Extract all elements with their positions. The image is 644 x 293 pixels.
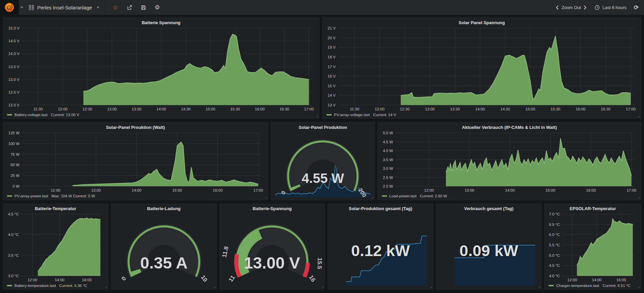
- svg-text:25 W: 25 W: [10, 174, 19, 178]
- svg-text:14 V: 14 V: [328, 93, 336, 97]
- svg-text:17:00: 17:00: [627, 188, 636, 192]
- panel-pv-voltage: Solar Panel Spannung 13 V14 V15 V16 V17 …: [322, 17, 641, 119]
- svg-text:12:00: 12:00: [28, 278, 37, 282]
- svg-text:11: 11: [228, 274, 237, 283]
- panel-title[interactable]: Batterie-Temperatur: [6, 205, 105, 212]
- legend-stats: Current: 6.51 °C: [602, 284, 630, 288]
- legend-stats: Current: 2.60 W: [420, 194, 447, 198]
- svg-text:4.0 °C: 4.0 °C: [549, 274, 560, 278]
- dashboard-title[interactable]: Perles Insel-Solaranlage: [37, 5, 92, 10]
- legend: Charger-temperature.last Current: 6.51 °…: [547, 282, 638, 289]
- svg-text:14:00: 14:00: [475, 107, 485, 111]
- pv-power-chart[interactable]: 0 W25 W50 W75 W100 W125 W12:0013:0014:00…: [6, 131, 265, 193]
- zoom-out-control[interactable]: Zoom Out: [556, 5, 587, 10]
- dashboard-title-block[interactable]: Perles Insel-Solaranlage: [23, 0, 105, 15]
- panel-title[interactable]: EPSOLAR-Temperatur: [547, 205, 638, 212]
- dashboard-grid-icon: [29, 5, 34, 10]
- svg-text:4.0 °C: 4.0 °C: [8, 233, 19, 237]
- svg-text:12:30: 12:30: [400, 107, 410, 111]
- svg-text:15:30: 15:30: [230, 107, 240, 111]
- svg-text:4.5 W: 4.5 W: [383, 140, 393, 144]
- svg-text:14.5 V: 14.5 V: [8, 39, 20, 43]
- battery-charge-gauge[interactable]: 0100.35 A: [114, 212, 214, 289]
- svg-text:17:00: 17:00: [304, 107, 314, 111]
- svg-text:20 V: 20 V: [328, 36, 336, 40]
- svg-text:13.5 V: 13.5 V: [8, 65, 20, 69]
- legend-stats: Current: 4.36 °C: [59, 284, 87, 288]
- refresh-icon[interactable]: ⟳: [634, 5, 639, 10]
- panel-solar-total: Solar-Produktion gesamt (Tag) 0.12 kW: [328, 203, 433, 290]
- svg-text:16 V: 16 V: [328, 74, 336, 78]
- row-1: Batterie Spannung 12.0 V12.5 V13.0 V13.5…: [3, 17, 641, 119]
- svg-text:14:00: 14:00: [592, 278, 602, 282]
- settings-gear-icon[interactable]: ⚙: [155, 4, 160, 10]
- pv-production-gauge[interactable]: 02004.55 W: [274, 131, 372, 199]
- pv-voltage-chart[interactable]: 13 V14 V15 V16 V17 V18 V19 V20 V21 V11:3…: [325, 26, 638, 111]
- legend-series[interactable]: PV-array-power.last: [14, 194, 48, 198]
- panel-title[interactable]: Solar-Panel Prouktion (Watt): [6, 124, 265, 131]
- svg-text:13:00: 13:00: [91, 188, 101, 192]
- logo-menu-caret[interactable]: [20, 7, 23, 8]
- star-icon[interactable]: ☆: [112, 4, 118, 10]
- panel-battery-voltage-gauge: Batterie-Spannung 111611.815.513.00 V: [219, 203, 325, 290]
- panel-title[interactable]: Batterie Spannung: [6, 19, 316, 26]
- legend-series[interactable]: Charger-temperature.last: [556, 284, 599, 288]
- svg-text:3.5 °C: 3.5 °C: [8, 253, 19, 257]
- load-total-stat[interactable]: 0.09 kW: [439, 212, 539, 289]
- panel-title[interactable]: Verbrauch gesamt (Tag): [439, 205, 539, 212]
- svg-text:4.5 °C: 4.5 °C: [8, 212, 19, 216]
- solar-total-stat[interactable]: 0.12 kW: [331, 212, 430, 289]
- panel-title[interactable]: Solar-Panel Produktion: [274, 124, 372, 131]
- panel-title[interactable]: Batterie-Spannung: [222, 205, 322, 212]
- battery-voltage-chart[interactable]: 12.0 V12.5 V13.0 V13.5 V14.0 V14.5 V15.0…: [6, 26, 316, 111]
- legend-stats: Max: 104 W Current: 5 W: [51, 194, 95, 198]
- svg-text:14:00: 14:00: [156, 107, 166, 111]
- load-total-value: 0.09 kW: [439, 212, 539, 289]
- svg-text:15.0 V: 15.0 V: [8, 26, 20, 30]
- svg-text:5.5 °C: 5.5 °C: [549, 243, 560, 247]
- svg-text:17:00: 17:00: [626, 107, 636, 111]
- grafana-flame-icon: [4, 2, 15, 13]
- svg-text:11.8: 11.8: [221, 246, 230, 258]
- svg-text:0 W: 0 W: [13, 184, 20, 188]
- panel-title[interactable]: Aktueller Verbrauch (IP-CAMs & Licht in …: [381, 124, 638, 131]
- svg-text:6.0 °C: 6.0 °C: [549, 233, 560, 237]
- legend-series[interactable]: Load-power.last: [389, 194, 416, 198]
- legend-series[interactable]: PV-array-voltage.last: [334, 113, 370, 117]
- svg-text:11:30: 11:30: [33, 107, 43, 111]
- svg-text:14:00: 14:00: [132, 188, 142, 192]
- dashboard-grid: Batterie Spannung 12.0 V12.5 V13.0 V13.5…: [0, 15, 644, 292]
- load-power-chart[interactable]: 2.0 W2.5 W3.0 W3.5 W4.0 W4.5 W5.0 W12:00…: [381, 131, 638, 193]
- dashboard-title-caret[interactable]: [97, 7, 99, 8]
- legend-swatch: [7, 195, 12, 197]
- time-range-label[interactable]: Last 6 hours: [602, 5, 627, 10]
- save-icon[interactable]: [141, 5, 146, 10]
- chevron-right-icon: [584, 5, 587, 10]
- svg-text:12.5 V: 12.5 V: [8, 90, 20, 94]
- grafana-logo[interactable]: [0, 0, 19, 15]
- battery-temperature-chart[interactable]: 3.0 °C3.5 °C4.0 °C4.5 °C12:0014:0016:00: [6, 212, 105, 282]
- legend-swatch: [549, 285, 554, 286]
- svg-text:19 V: 19 V: [328, 45, 336, 49]
- charger-temperature-chart[interactable]: 4.0 °C4.5 °C5.0 °C5.5 °C6.0 °C6.5 °C7.0 …: [547, 212, 638, 282]
- svg-text:13:30: 13:30: [450, 107, 460, 111]
- panel-battery-voltage: Batterie Spannung 12.0 V12.5 V13.0 V13.5…: [3, 17, 319, 119]
- legend-series[interactable]: Battery-temperature.last: [14, 284, 56, 288]
- panel-title[interactable]: Solar-Produktion gesamt (Tag): [331, 205, 430, 212]
- panel-title[interactable]: Solar Panel Spannung: [325, 19, 638, 26]
- svg-text:14:00: 14:00: [505, 188, 515, 192]
- svg-text:17:00: 17:00: [253, 188, 263, 192]
- share-icon[interactable]: [127, 5, 132, 10]
- zoom-out-label[interactable]: Zoom Out: [561, 5, 581, 10]
- svg-text:18 V: 18 V: [328, 55, 336, 59]
- battery-voltage-gauge[interactable]: 111611.815.513.00 V: [222, 212, 322, 289]
- legend-series[interactable]: Battery-voltage.last: [14, 113, 47, 117]
- panel-title[interactable]: Batterie-Ladung: [114, 205, 214, 212]
- svg-text:16:00: 16:00: [576, 107, 586, 111]
- time-range-picker[interactable]: Last 6 hours: [595, 5, 627, 10]
- panel-load-power: Aktueller Verbrauch (IP-CAMs & Licht in …: [378, 122, 641, 200]
- svg-text:10: 10: [199, 274, 209, 283]
- svg-text:50 W: 50 W: [10, 163, 19, 167]
- svg-text:15:00: 15:00: [546, 188, 555, 192]
- legend: Battery-temperature.last Current: 4.36 °…: [6, 282, 105, 289]
